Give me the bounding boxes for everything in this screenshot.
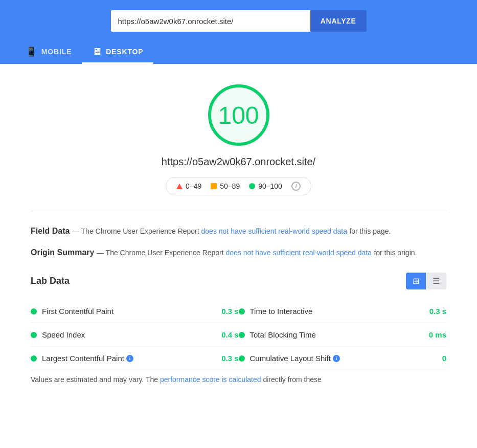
legend-range3: 90–100 — [258, 182, 282, 190]
metric-value-cls: 0 — [416, 354, 446, 363]
view-toggle: ⊞ ☰ — [406, 273, 446, 289]
field-data-separator: — The Chrome User Experience Report — [72, 227, 201, 235]
legend-range1: 0–49 — [186, 182, 201, 190]
metric-row-lcp: Largest Contentful Paint i 0.3 s — [31, 347, 239, 370]
metric-row-tbt: Total Blocking Time 0 ms — [239, 323, 447, 347]
footer-note-before: Values are estimated and may vary. The — [31, 375, 160, 384]
lcp-info-icon[interactable]: i — [126, 355, 133, 362]
metric-name-tti: Time to Interactive — [250, 307, 411, 316]
legend-circle-icon — [249, 183, 255, 189]
grid-view-button[interactable]: ⊞ — [406, 273, 426, 289]
metric-value-si: 0.4 s — [208, 330, 239, 339]
metric-dot-fcp — [31, 308, 37, 315]
desktop-icon: 🖥 — [92, 47, 102, 57]
legend-info-icon[interactable]: i — [291, 182, 301, 191]
grid-icon: ⊞ — [413, 276, 419, 286]
metric-name-si: Speed Index — [42, 330, 203, 339]
metric-row-si: Speed Index 0.4 s — [31, 323, 239, 347]
metric-value-fcp: 0.3 s — [208, 307, 239, 316]
field-data-section: Field Data — The Chrome User Experience … — [31, 227, 446, 236]
url-bar-row: ANALYZE — [111, 10, 367, 32]
lab-data-title: Lab Data — [31, 276, 70, 286]
metric-dot-cls — [239, 355, 245, 362]
url-input[interactable] — [111, 10, 310, 32]
metric-value-tbt: 0 ms — [416, 330, 446, 339]
metrics-grid: First Contentful Paint 0.3 s Time to Int… — [31, 300, 446, 370]
footer-note-after: directly from these — [263, 375, 321, 384]
main-content: 100 https://o5aw2w0k67.onrocket.site/ 0–… — [0, 64, 477, 399]
metric-row-fcp: First Contentful Paint 0.3 s — [31, 300, 239, 323]
field-data-title: Field Data — [31, 227, 70, 235]
field-data-suffix: for this page. — [349, 227, 391, 235]
divider — [31, 211, 446, 211]
score-number: 100 — [218, 101, 259, 129]
score-section: 100 https://o5aw2w0k67.onrocket.site/ 0–… — [31, 84, 446, 195]
origin-summary-link[interactable]: does not have sufficient real-world spee… — [226, 249, 372, 257]
header: ANALYZE 📱 MOBILE 🖥 DESKTOP — [0, 0, 477, 64]
legend-item-bad: 0–49 — [176, 182, 201, 190]
footer-note-link[interactable]: performance score is calculated — [160, 375, 261, 384]
metric-value-tti: 0.3 s — [416, 307, 446, 316]
list-icon: ☰ — [433, 276, 440, 286]
list-view-button[interactable]: ☰ — [426, 273, 446, 289]
legend-square-icon — [211, 183, 217, 189]
metric-dot-tbt — [239, 332, 245, 338]
legend-triangle-icon — [176, 184, 183, 189]
footer-note: Values are estimated and may vary. The p… — [31, 375, 446, 384]
legend: 0–49 50–89 90–100 i — [166, 177, 311, 195]
legend-item-medium: 50–89 — [211, 182, 240, 190]
analyze-button[interactable]: ANALYZE — [310, 10, 367, 32]
tab-desktop-label: DESKTOP — [106, 48, 143, 56]
metric-row-tti: Time to Interactive 0.3 s — [239, 300, 447, 323]
metric-name-cls: Cumulative Layout Shift i — [250, 354, 411, 363]
metric-dot-si — [31, 332, 37, 338]
metric-name-tbt: Total Blocking Time — [250, 330, 411, 339]
origin-summary-section: Origin Summary — The Chrome User Experie… — [31, 248, 446, 257]
origin-summary-separator: — The Chrome User Experience Report — [97, 249, 226, 257]
metric-dot-lcp — [31, 355, 37, 362]
mobile-icon: 📱 — [26, 46, 37, 57]
metric-value-lcp: 0.3 s — [208, 354, 239, 363]
metric-name-lcp: Largest Contentful Paint i — [42, 354, 203, 363]
tab-mobile-label: MOBILE — [41, 48, 72, 56]
origin-summary-suffix: for this origin. — [374, 249, 417, 257]
cls-info-icon[interactable]: i — [333, 355, 340, 362]
field-data-link[interactable]: does not have sufficient real-world spee… — [201, 227, 347, 235]
legend-item-good: 90–100 — [249, 182, 282, 190]
lab-data-header: Lab Data ⊞ ☰ — [31, 273, 446, 289]
legend-range2: 50–89 — [220, 182, 240, 190]
score-url: https://o5aw2w0k67.onrocket.site/ — [162, 156, 315, 168]
score-circle: 100 — [208, 84, 269, 146]
tabs-row: 📱 MOBILE 🖥 DESKTOP — [0, 41, 477, 64]
origin-summary-title: Origin Summary — [31, 248, 94, 257]
metric-name-fcp: First Contentful Paint — [42, 307, 203, 316]
tab-mobile[interactable]: 📱 MOBILE — [15, 41, 82, 64]
tab-desktop[interactable]: 🖥 DESKTOP — [82, 41, 153, 64]
metric-row-cls: Cumulative Layout Shift i 0 — [239, 347, 447, 370]
metric-dot-tti — [239, 308, 245, 315]
